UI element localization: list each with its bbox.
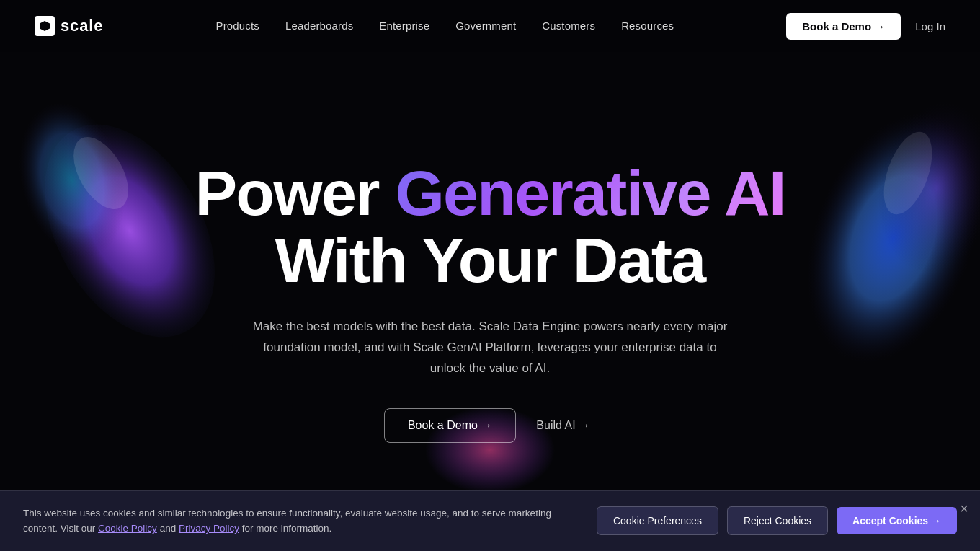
cookie-close-button[interactable]: × xyxy=(960,501,968,516)
nav-link-leaderboards[interactable]: Leaderboards xyxy=(285,19,353,32)
hero-title-highlight: Generative AI xyxy=(395,157,785,229)
navigation: scale ProductsLeaderboardsEnterpriseGove… xyxy=(0,0,980,52)
nav-book-demo-button[interactable]: Book a Demo → xyxy=(786,13,901,40)
hero-content: Power Generative AI With Your Data Make … xyxy=(177,160,802,442)
hero-title-line1: Power Generative AI xyxy=(195,157,785,229)
svg-point-4 xyxy=(775,89,980,387)
reject-cookies-button[interactable]: Reject Cookies xyxy=(727,506,828,535)
privacy-policy-link[interactable]: Privacy Policy xyxy=(179,523,239,534)
cookie-banner: This website uses cookies and similar te… xyxy=(0,490,980,551)
logo-icon xyxy=(35,16,55,36)
hero-book-demo-button[interactable]: Book a Demo → xyxy=(384,408,516,443)
svg-point-2 xyxy=(3,91,141,270)
hero-subtitle: Make the best models with the best data.… xyxy=(245,317,735,379)
nav-links: ProductsLeaderboardsEnterpriseGovernment… xyxy=(216,19,674,32)
nav-link-resources[interactable]: Resources xyxy=(621,19,674,32)
hero-title-line2: With Your Data xyxy=(275,224,705,296)
hero-title: Power Generative AI With Your Data xyxy=(195,160,785,294)
nav-link-products[interactable]: Products xyxy=(216,19,259,32)
nav-link-government[interactable]: Government xyxy=(455,19,516,32)
cookie-policy-link[interactable]: Cookie Policy xyxy=(98,523,157,534)
svg-point-5 xyxy=(865,92,980,283)
svg-point-3 xyxy=(63,128,140,218)
nav-link-customers[interactable]: Customers xyxy=(542,19,595,32)
hero-section: Power Generative AI With Your Data Make … xyxy=(0,0,980,551)
cookie-actions: Cookie Preferences Reject Cookies Accept… xyxy=(597,506,957,535)
cookie-preferences-button[interactable]: Cookie Preferences xyxy=(597,506,718,535)
cookie-text: This website uses cookies and similar te… xyxy=(23,506,579,537)
logo[interactable]: scale xyxy=(35,16,103,36)
nav-actions: Book a Demo → Log In xyxy=(786,13,945,40)
nav-link-enterprise[interactable]: Enterprise xyxy=(379,19,429,32)
logo-text: scale xyxy=(61,17,103,35)
accept-cookies-button[interactable]: Accept Cookies → xyxy=(837,507,957,534)
svg-point-6 xyxy=(874,125,942,221)
hero-build-ai-button[interactable]: Build AI → xyxy=(530,409,596,442)
hero-cta-group: Book a Demo → Build AI → xyxy=(195,408,785,443)
nav-login-button[interactable]: Log In xyxy=(915,20,945,32)
